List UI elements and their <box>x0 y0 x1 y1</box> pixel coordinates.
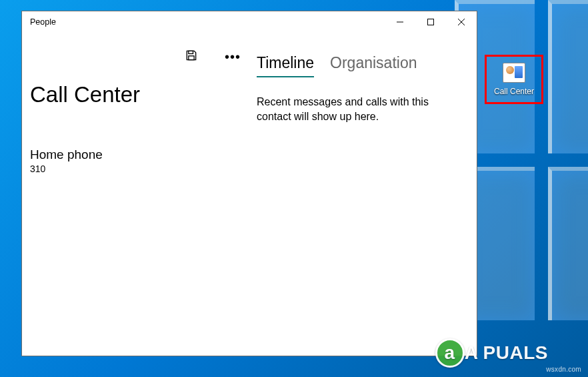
phone-field-value[interactable]: 310 <box>30 163 239 174</box>
save-button[interactable] <box>181 46 202 67</box>
tabs-row: Timeline Organisation <box>257 54 467 77</box>
svg-rect-0 <box>428 19 434 25</box>
minimize-button[interactable] <box>385 11 415 33</box>
save-icon <box>185 49 198 65</box>
svg-rect-2 <box>189 56 194 60</box>
tab-organisation[interactable]: Organisation <box>330 54 417 77</box>
maximize-button[interactable] <box>415 11 446 33</box>
tab-timeline[interactable]: Timeline <box>257 54 314 77</box>
window-title: People <box>30 17 385 27</box>
contact-details-pane: ••• Call Center Home phone 310 <box>22 33 247 356</box>
contact-toolbar: ••• <box>181 46 243 67</box>
more-icon: ••• <box>225 53 241 60</box>
contact-name-heading: Call Center <box>30 82 239 107</box>
desktop-icon-label: Call Center <box>494 87 534 96</box>
site-watermark: wsxdn.com <box>546 366 581 373</box>
content-area: ••• Call Center Home phone 310 Timeline … <box>22 33 477 356</box>
brand-text: A PUALS <box>465 342 548 364</box>
people-app-window: People <box>21 11 477 356</box>
titlebar[interactable]: People <box>22 11 477 33</box>
appuals-brand: a A PUALS <box>435 338 548 368</box>
activity-pane: Timeline Organisation Recent messages an… <box>247 33 477 356</box>
svg-rect-1 <box>189 51 193 53</box>
phone-field-label: Home phone <box>30 147 239 162</box>
appuals-logo-icon: a <box>435 338 465 368</box>
contact-card-icon <box>503 63 525 83</box>
timeline-empty-message: Recent messages and calls with this cont… <box>257 95 457 123</box>
close-button[interactable] <box>446 11 477 33</box>
more-button[interactable]: ••• <box>222 46 243 67</box>
desktop-shortcut-call-center[interactable]: Call Center <box>485 55 543 104</box>
